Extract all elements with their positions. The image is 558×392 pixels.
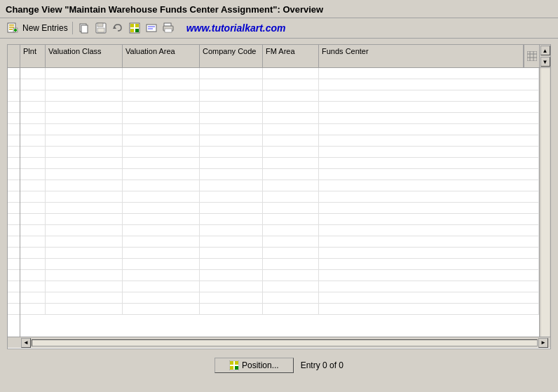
table-cell[interactable] [263, 292, 319, 304]
table-cell[interactable] [319, 259, 539, 270]
scroll-down-button[interactable]: ▼ [540, 57, 550, 67]
export-icon[interactable] [144, 21, 158, 35]
table-cell[interactable] [123, 135, 200, 147]
table-cell[interactable] [200, 304, 263, 315]
table-row[interactable] [20, 248, 539, 259]
h-scroll-track[interactable] [32, 339, 538, 346]
table-cell[interactable] [263, 281, 319, 292]
table-row[interactable] [20, 214, 539, 225]
table-cell[interactable] [263, 259, 319, 270]
row-selector[interactable] [8, 236, 20, 248]
table-cell[interactable] [200, 203, 263, 214]
table-cell[interactable] [319, 158, 539, 169]
table-cell[interactable] [46, 135, 123, 147]
table-row[interactable] [20, 259, 539, 270]
table-cell[interactable] [46, 259, 123, 270]
table-row[interactable] [20, 304, 539, 315]
table-cell[interactable] [20, 158, 46, 169]
table-cell[interactable] [123, 292, 200, 304]
table-cell[interactable] [319, 281, 539, 292]
table-row[interactable] [20, 124, 539, 135]
table-cell[interactable] [200, 102, 263, 113]
row-selector[interactable] [8, 147, 20, 158]
table-cell[interactable] [123, 113, 200, 124]
row-selector[interactable] [8, 79, 20, 90]
table-row[interactable] [20, 281, 539, 292]
table-cell[interactable] [20, 68, 46, 79]
table-cell[interactable] [200, 79, 263, 90]
table-cell[interactable] [20, 270, 46, 281]
table-cell[interactable] [319, 191, 539, 203]
table-cell[interactable] [46, 180, 123, 191]
table-cell[interactable] [200, 124, 263, 135]
table-row[interactable] [20, 147, 539, 158]
row-selector[interactable] [8, 248, 20, 259]
table-cell[interactable] [319, 68, 539, 79]
row-selector[interactable] [8, 304, 20, 315]
print-icon[interactable] [161, 21, 175, 35]
table-cell[interactable] [263, 191, 319, 203]
table-cell[interactable] [46, 236, 123, 248]
table-cell[interactable] [200, 270, 263, 281]
table-cell[interactable] [20, 225, 46, 236]
table-cell[interactable] [123, 270, 200, 281]
table-cell[interactable] [319, 79, 539, 90]
table-cell[interactable] [20, 259, 46, 270]
scroll-left-button[interactable]: ◄ [21, 338, 31, 348]
table-cell[interactable] [20, 113, 46, 124]
row-selector[interactable] [8, 203, 20, 214]
table-row[interactable] [20, 225, 539, 236]
table-cell[interactable] [20, 169, 46, 180]
table-cell[interactable] [200, 158, 263, 169]
table-cell[interactable] [123, 203, 200, 214]
table-cell[interactable] [20, 124, 46, 135]
table-cell[interactable] [200, 169, 263, 180]
table-row[interactable] [20, 292, 539, 304]
table-cell[interactable] [263, 225, 319, 236]
table-cell[interactable] [319, 248, 539, 259]
table-cell[interactable] [123, 124, 200, 135]
table-cell[interactable] [46, 113, 123, 124]
table-cell[interactable] [20, 79, 46, 90]
table-cell[interactable] [263, 169, 319, 180]
row-selector[interactable] [8, 214, 20, 225]
table-cell[interactable] [123, 225, 200, 236]
table-cell[interactable] [263, 135, 319, 147]
table-cell[interactable] [20, 214, 46, 225]
table-row[interactable] [20, 191, 539, 203]
table-cell[interactable] [123, 102, 200, 113]
table-cell[interactable] [46, 158, 123, 169]
table-cell[interactable] [20, 236, 46, 248]
table-cell[interactable] [319, 304, 539, 315]
table-cell[interactable] [263, 236, 319, 248]
table-cell[interactable] [319, 292, 539, 304]
table-cell[interactable] [200, 147, 263, 158]
table-cell[interactable] [46, 214, 123, 225]
table-cell[interactable] [20, 203, 46, 214]
table-cell[interactable] [20, 191, 46, 203]
table-cell[interactable] [20, 102, 46, 113]
row-selector[interactable] [8, 225, 20, 236]
table-cell[interactable] [263, 180, 319, 191]
table-row[interactable] [20, 236, 539, 248]
table-cell[interactable] [319, 236, 539, 248]
table-cell[interactable] [319, 214, 539, 225]
row-selector[interactable] [8, 281, 20, 292]
table-cell[interactable] [46, 90, 123, 102]
scroll-up-button[interactable]: ▲ [540, 46, 550, 55]
table-cell[interactable] [46, 191, 123, 203]
table-cell[interactable] [200, 259, 263, 270]
table-cell[interactable] [20, 147, 46, 158]
save-icon[interactable] [94, 21, 108, 35]
table-cell[interactable] [46, 147, 123, 158]
table-cell[interactable] [46, 304, 123, 315]
row-selector[interactable] [8, 135, 20, 147]
table-cell[interactable] [263, 113, 319, 124]
new-entries-label[interactable]: New Entries [22, 23, 68, 33]
table-cell[interactable] [20, 180, 46, 191]
table-cell[interactable] [46, 248, 123, 259]
table-cell[interactable] [123, 281, 200, 292]
table-cell[interactable] [123, 169, 200, 180]
table-cell[interactable] [123, 147, 200, 158]
table-cell[interactable] [20, 292, 46, 304]
